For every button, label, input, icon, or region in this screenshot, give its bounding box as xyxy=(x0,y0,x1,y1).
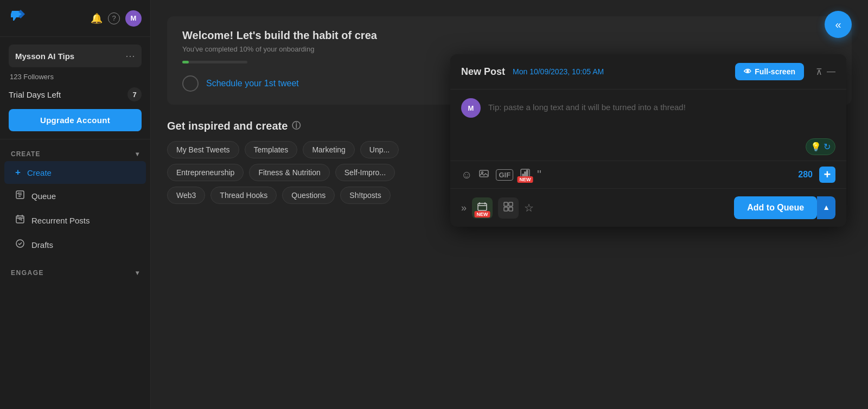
tag-entrepreneurship[interactable]: Entrepreneurship xyxy=(167,164,244,181)
avatar[interactable]: M xyxy=(125,10,142,27)
help-icon[interactable]: ? xyxy=(108,12,120,24)
sidebar-item-create-label: Create xyxy=(27,168,52,177)
chevron-left-icon: « xyxy=(835,18,841,31)
quote-tool-icon[interactable]: " xyxy=(537,168,541,182)
followers-count: 123 Followers xyxy=(9,73,142,81)
add-tweet-button[interactable]: + xyxy=(819,167,835,183)
upgrade-account-button[interactable]: Upgrade Account xyxy=(9,109,142,131)
fullscreen-button[interactable]: 👁 Full-screen xyxy=(735,63,804,80)
new-post-date: Mon 10/09/2023, 10:05 AM xyxy=(513,67,604,76)
close-icon[interactable]: — xyxy=(827,67,835,76)
tag-my-best-tweets[interactable]: My Best Tweets xyxy=(167,141,239,158)
post-body: M Tip: paste a long text and it will be … xyxy=(450,90,846,133)
gif-tool-icon[interactable]: GIF xyxy=(496,169,513,181)
svg-rect-19 xyxy=(509,207,513,211)
create-section-label: CREATE xyxy=(11,150,40,158)
engage-chevron-icon: ▾ xyxy=(136,269,140,277)
progress-bar-bg xyxy=(182,61,247,63)
tag-self-impro[interactable]: Self-Impro... xyxy=(335,164,395,181)
account-name: Mysson AI Tips xyxy=(15,52,74,61)
progress-bar-fill xyxy=(182,61,189,63)
sidebar-item-drafts[interactable]: Drafts xyxy=(4,233,146,257)
image-tool-icon[interactable] xyxy=(478,168,489,182)
minimize-icon[interactable]: ⊼ xyxy=(816,67,822,77)
new-post-title: New Post xyxy=(461,66,505,78)
post-text-placeholder[interactable]: Tip: paste a long text and it will be tu… xyxy=(488,98,835,112)
new-post-panel: New Post Mon 10/09/2023, 10:05 AM 👁 Full… xyxy=(450,54,846,227)
tag-unpopular[interactable]: Unp... xyxy=(360,141,399,158)
sidebar-item-create[interactable]: + Create xyxy=(4,161,146,184)
ai-toggle-area: 💡 ↻ xyxy=(450,133,846,161)
fullscreen-btn-label: Full-screen xyxy=(755,67,795,76)
account-menu-icon[interactable]: ⋯ xyxy=(125,50,135,62)
schedule-new-badge: NEW xyxy=(475,211,490,218)
header-action-icons: ⊼ — xyxy=(816,67,835,77)
back-button[interactable]: « xyxy=(825,11,852,38)
svg-rect-6 xyxy=(480,170,488,177)
drafts-icon xyxy=(15,239,25,251)
add-queue-wrapper: Add to Queue ▲ xyxy=(734,196,835,219)
queue-icon xyxy=(15,190,25,202)
create-nav-section: CREATE ▾ + Create Queue xyxy=(0,139,150,263)
tag-templates[interactable]: Templates xyxy=(245,141,298,158)
recurrent-icon xyxy=(15,214,25,227)
star-footer-button[interactable]: ☆ xyxy=(524,201,534,214)
svg-rect-17 xyxy=(509,202,513,206)
sidebar-item-drafts-label: Drafts xyxy=(31,240,53,250)
svg-rect-18 xyxy=(504,207,508,211)
account-row[interactable]: Mysson AI Tips ⋯ xyxy=(9,44,142,67)
new-post-header: New Post Mon 10/09/2023, 10:05 AM 👁 Full… xyxy=(450,54,846,90)
welcome-subtitle: You've completed 10% of your onboarding xyxy=(182,45,837,53)
grid-footer-button[interactable] xyxy=(498,197,519,219)
post-tools: ☺ GIF NEW xyxy=(450,161,846,188)
logo-icon xyxy=(9,9,26,28)
sidebar-item-recurrent[interactable]: Recurrent Posts xyxy=(4,208,146,233)
trial-days-badge: 7 xyxy=(127,87,142,101)
fullscreen-eye-icon: 👁 xyxy=(744,67,751,76)
tag-thread-hooks[interactable]: Thread Hooks xyxy=(210,187,277,204)
engage-section-label: ENGAGE ▾ xyxy=(0,263,150,279)
sidebar-item-queue[interactable]: Queue xyxy=(4,184,146,208)
schedule-tweet-link[interactable]: Schedule your 1st tweet xyxy=(206,79,299,88)
main-area: Welcome! Let's build the habit of crea Y… xyxy=(151,0,868,409)
tag-questions[interactable]: Questions xyxy=(282,187,335,204)
expand-icon[interactable]: » xyxy=(461,202,467,214)
engage-label-text: ENGAGE xyxy=(11,269,44,277)
sidebar-header: 🔔 ? M xyxy=(0,0,150,37)
tag-shitposts[interactable]: Sh!tposts xyxy=(340,187,390,204)
svg-rect-16 xyxy=(504,202,508,206)
add-queue-dropdown-button[interactable]: ▲ xyxy=(817,196,835,219)
ai-refresh-icon: ↻ xyxy=(824,142,831,152)
tag-fitness[interactable]: Fitness & Nutrition xyxy=(249,164,329,181)
chart-new-badge: NEW xyxy=(518,176,533,183)
account-section: Mysson AI Tips ⋯ 123 Followers Trial Day… xyxy=(0,37,150,139)
sidebar-item-recurrent-label: Recurrent Posts xyxy=(31,216,90,225)
create-section-header[interactable]: CREATE ▾ xyxy=(0,145,150,161)
emoji-tool-icon[interactable]: ☺ xyxy=(461,169,472,181)
chart-tool-wrapper: NEW xyxy=(520,168,531,182)
post-user-avatar: M xyxy=(461,98,481,118)
plus-icon: + xyxy=(15,167,21,178)
tag-web3[interactable]: Web3 xyxy=(167,187,205,204)
tag-marketing[interactable]: Marketing xyxy=(303,141,354,158)
add-to-queue-button[interactable]: Add to Queue xyxy=(734,196,817,219)
inspired-title-text: Get inspired and create xyxy=(167,120,288,132)
schedule-footer-wrapper: NEW xyxy=(472,197,493,219)
post-footer: » NEW xyxy=(450,188,846,227)
trial-row: Trial Days Left 7 xyxy=(9,87,142,101)
create-chevron-icon: ▾ xyxy=(136,150,139,158)
char-count: 280 xyxy=(798,170,813,180)
trial-label: Trial Days Left xyxy=(9,90,61,99)
header-icons: 🔔 ? M xyxy=(91,10,142,27)
ai-toggle[interactable]: 💡 ↻ xyxy=(806,138,835,155)
ai-bulb-icon: 💡 xyxy=(810,142,821,152)
notification-bell-icon[interactable]: 🔔 xyxy=(91,12,103,24)
welcome-title: Welcome! Let's build the habit of crea xyxy=(182,29,837,42)
sidebar: 🔔 ? M Mysson AI Tips ⋯ 123 Followers Tri… xyxy=(0,0,151,409)
sidebar-item-queue-label: Queue xyxy=(31,191,56,201)
info-icon: ⓘ xyxy=(292,120,301,132)
schedule-circle xyxy=(182,75,199,92)
